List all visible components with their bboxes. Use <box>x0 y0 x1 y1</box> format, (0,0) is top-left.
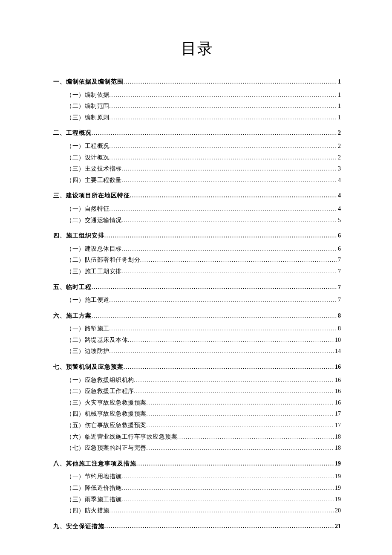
toc-leader-dots <box>110 324 337 334</box>
toc-page-number: 19 <box>334 471 341 483</box>
toc-leader-dots <box>147 398 334 408</box>
toc-entry-label: 九、安全保证措施 <box>53 521 104 532</box>
toc-leader-dots <box>134 387 334 396</box>
toc-page-number: 7 <box>337 282 341 293</box>
toc-leader-dots <box>104 231 337 241</box>
toc-page-number: 18 <box>334 431 341 443</box>
toc-leader-dots <box>122 472 334 482</box>
toc-heading-2: （三）火灾事故应急救援预案16 <box>53 397 341 409</box>
toc-page-number: 7 <box>337 295 341 306</box>
toc-page-number: 1 <box>337 90 341 101</box>
toc-entry-label: （二）编制范围 <box>66 101 110 112</box>
toc-heading-2: （二）编制范围1 <box>53 101 341 112</box>
toc-entry-label: （一）自然特征 <box>66 203 110 215</box>
toc-heading-2: （三）编制原则1 <box>53 112 341 124</box>
toc-page-number: 7 <box>337 254 341 266</box>
toc-entry-label: （二）队伍部署和任务划分 <box>66 254 140 266</box>
toc-heading-2: （二）设计概况2 <box>53 152 341 164</box>
toc-page-number: 1 <box>337 112 341 124</box>
toc-leader-dots <box>122 216 337 225</box>
toc-entry-label: （三）施工工期安排 <box>66 266 122 278</box>
toc-entry-label: （一）建设总体目标 <box>66 243 122 255</box>
toc-heading-2: （七）应急预案的纠正与完善18 <box>53 442 341 454</box>
toc-heading-2: （四）主要工程数量4 <box>53 175 341 186</box>
toc-page-number: 4 <box>337 190 341 202</box>
toc-heading-2: （六）临近营业线施工行车事故应急预案18 <box>53 431 341 443</box>
toc-entry-label: （五）伤亡事故应急救援预案 <box>66 420 147 431</box>
toc-page-number: 17 <box>334 420 341 431</box>
toc-leader-dots <box>136 459 334 469</box>
toc-page-number: 18 <box>334 442 341 454</box>
toc-heading-2: （三）边坡防护14 <box>53 346 341 357</box>
toc-page-number: 14 <box>334 346 341 357</box>
toc-heading-2: （二）队伍部署和任务划分7 <box>53 254 341 266</box>
toc-heading-2: （三）雨季施工措施19 <box>53 494 341 506</box>
toc-entry-label: 二、工程概况 <box>53 127 92 139</box>
toc-leader-dots <box>122 483 334 493</box>
toc-page-number: 17 <box>334 408 341 420</box>
toc-heading-2: （一）建设总体目标6 <box>53 243 341 255</box>
toc-page-number: 1 <box>337 76 341 88</box>
toc-leader-dots <box>92 128 337 138</box>
toc-leader-dots <box>110 347 334 356</box>
toc-page-number: 1 <box>337 101 341 112</box>
toc-heading-2: （三）主要技术指标3 <box>53 163 341 175</box>
toc-entry-label: （一）编制依据 <box>66 90 110 101</box>
toc-leader-dots <box>147 409 334 419</box>
toc-leader-dots <box>177 432 334 442</box>
toc-heading-2: （四）防火措施20 <box>53 505 341 517</box>
toc-page-number: 20 <box>334 505 341 517</box>
toc-heading-2: （一）自然特征4 <box>53 203 341 215</box>
page-title: 目录 <box>53 38 341 59</box>
toc-page-number: 2 <box>337 127 341 139</box>
toc-heading-2: （三）施工工期安排7 <box>53 266 341 278</box>
toc-leader-dots <box>92 283 337 292</box>
toc-leader-dots <box>110 113 337 123</box>
toc-page-number: 21 <box>334 521 341 532</box>
toc-leader-dots <box>124 77 337 87</box>
toc-leader-dots <box>147 421 334 431</box>
toc-heading-2: （二）降低造价措施19 <box>53 483 341 494</box>
toc-page-number: 3 <box>337 163 341 175</box>
toc-page-number: 4 <box>337 175 341 186</box>
toc-page-number: 2 <box>337 141 341 152</box>
toc-leader-dots <box>140 255 337 265</box>
toc-heading-2: （五）伤亡事故应急救援预案17 <box>53 420 341 431</box>
toc-leader-dots <box>122 267 337 277</box>
toc-heading-1: 九、安全保证措施21 <box>53 521 341 532</box>
toc-leader-dots <box>110 295 337 305</box>
toc-entry-label: （四）防火措施 <box>66 505 110 517</box>
toc-entry-label: （一）节约用地措施 <box>66 471 122 483</box>
toc-entry-label: （二）应急救援工作程序 <box>66 386 134 397</box>
toc-page-number: 19 <box>334 458 341 470</box>
toc-leader-dots <box>110 204 337 214</box>
toc-entry-label: （四）主要工程数量 <box>66 175 122 186</box>
toc-leader-dots <box>124 362 334 372</box>
toc-page-number: 19 <box>334 483 341 494</box>
toc-leader-dots <box>110 90 337 100</box>
toc-heading-1: 三、建设项目所在地区特征4 <box>53 190 341 202</box>
toc-entry-label: 一、编制依据及编制范围 <box>53 76 124 88</box>
toc-leader-dots <box>122 176 337 185</box>
toc-entry-label: （三）主要技术指标 <box>66 163 122 175</box>
toc-leader-dots <box>122 244 337 254</box>
toc-heading-2: （一）应急救援组织机构16 <box>53 375 341 386</box>
table-of-contents: 一、编制依据及编制范围1（一）编制依据1（二）编制范围1（三）编制原则1二、工程… <box>53 76 341 532</box>
toc-entry-label: 四、施工组织安排 <box>53 230 104 242</box>
toc-entry-label: （二）交通运输情况 <box>66 215 122 226</box>
toc-heading-2: （二）交通运输情况5 <box>53 215 341 226</box>
toc-heading-1: 五、临时工程7 <box>53 282 341 293</box>
toc-leader-dots <box>147 443 334 453</box>
toc-entry-label: （一）路堑施工 <box>66 323 110 335</box>
toc-entry-label: （七）应急预案的纠正与完善 <box>66 442 147 454</box>
toc-entry-label: （一）施工便道 <box>66 295 110 306</box>
toc-entry-label: （六）临近营业线施工行车事故应急预案 <box>66 431 177 443</box>
toc-entry-label: （四）机械事故应急救援预案 <box>66 408 147 420</box>
toc-heading-1: 一、编制依据及编制范围1 <box>53 76 341 88</box>
toc-heading-1: 八、其他施工注意事项及措施19 <box>53 458 341 470</box>
toc-page-number: 5 <box>337 215 341 226</box>
toc-leader-dots <box>134 376 334 385</box>
toc-entry-label: （三）雨季施工措施 <box>66 494 122 506</box>
toc-heading-2: （一）编制依据1 <box>53 90 341 101</box>
toc-heading-2: （四）机械事故应急救援预案17 <box>53 408 341 420</box>
